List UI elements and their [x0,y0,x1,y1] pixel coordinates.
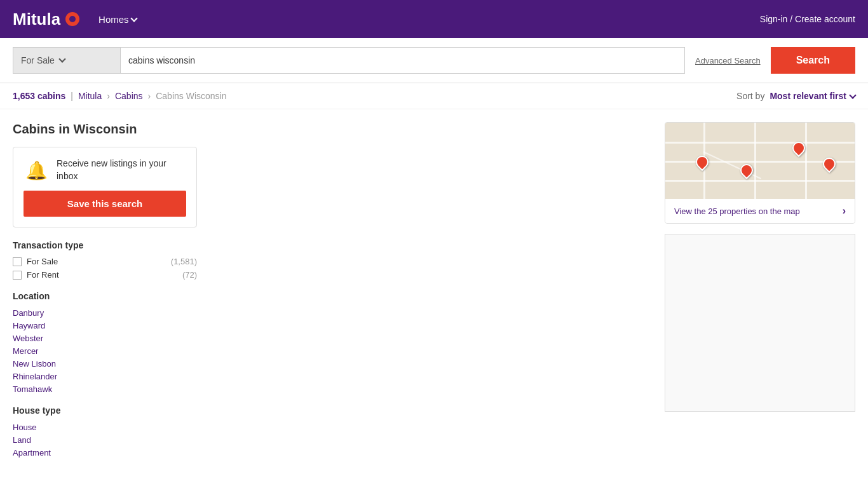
for-rent-checkbox-row: For Rent (72) [13,270,197,280]
for-sale-label: For Sale [21,55,55,65]
map-pin-marker [693,153,711,171]
map-pin [823,158,836,174]
logo-text: Mitula [13,10,60,29]
for-sale-checkbox-row: For Sale (1,581) [13,257,197,266]
sort-value-label: Most relevant first [770,91,846,101]
breadcrumb-arrow-2: › [148,91,151,101]
list-item: Apartment [13,447,197,458]
location-webster[interactable]: Webster [13,334,43,343]
page-title: Cabins in Wisconsin [13,122,197,137]
for-rent-count: (72) [182,270,197,280]
map-pin [696,156,709,172]
search-input[interactable] [121,48,684,73]
house-type-list: House Land Apartment [13,422,197,458]
location-new-lisbon[interactable]: New Lisbon [13,359,56,369]
location-filter: Location Danbury Hayward Webster Mercer … [13,291,197,394]
nav-homes[interactable]: Homes [98,14,137,25]
list-item: New Lisbon [13,358,197,369]
list-item: Rhinelander [13,371,197,381]
location-filter-title: Location [13,291,197,301]
main-content: Cabins in Wisconsin 🔔 Receive new listin… [0,109,868,482]
location-mercer[interactable]: Mercer [13,346,38,356]
breadcrumb-cabins[interactable]: Cabins [115,91,143,101]
list-item: House [13,422,197,432]
property-type-select[interactable]: For Sale [13,47,121,74]
alert-text: Receive new listings in your inbox [57,158,186,182]
sort-control: Sort by Most relevant first [736,91,855,101]
ad-box [665,234,855,412]
location-hayward[interactable]: Hayward [13,321,45,330]
for-sale-count: (1,581) [171,257,197,266]
transaction-type-title: Transaction type [13,240,197,250]
search-button[interactable]: Search [771,47,855,74]
map-road [754,123,756,199]
map-pin [792,142,805,158]
map-road [665,180,855,182]
map-pin [740,164,753,180]
transaction-type-filter: Transaction type For Sale (1,581) For Re… [13,240,197,280]
list-item: Danbury [13,308,197,318]
results-count: 1,653 cabins [13,91,65,101]
map-pin-marker [790,139,808,157]
breadcrumb-separator: | [71,91,73,101]
breadcrumb-current: Cabins Wisconsin [156,91,226,101]
breadcrumb: 1,653 cabins | Mitula › Cabins › Cabins … [13,91,226,101]
chevron-down-icon [130,15,137,22]
logo[interactable]: Mitula [13,10,79,29]
location-danbury[interactable]: Danbury [13,308,44,318]
bell-icon: 🔔 [24,158,49,183]
house-type-filter: House type House Land Apartment [13,405,197,458]
for-sale-checkbox-left: For Sale [13,257,58,266]
sidebar: Cabins in Wisconsin 🔔 Receive new listin… [13,122,197,469]
bell-symbol: 🔔 [25,160,48,181]
location-rhinelander[interactable]: Rhinelander [13,372,57,381]
map-footer[interactable]: View the 25 properties on the map › [665,199,855,223]
map-view-text: View the 25 properties on the map [674,207,800,216]
breadcrumb-home[interactable]: Mitula [78,91,102,101]
list-item: Webster [13,333,197,343]
list-item: Land [13,435,197,445]
for-sale-label: For Sale [27,257,58,266]
for-rent-label: For Rent [27,270,59,280]
for-rent-checkbox[interactable] [13,271,22,280]
advanced-search-link[interactable]: Advanced Search [685,56,771,65]
list-item: Mercer [13,346,197,356]
header-left: Mitula Homes [13,10,137,29]
house-type-house[interactable]: House [13,423,37,432]
search-bar: For Sale Advanced Search Search [0,38,868,83]
house-type-title: House type [13,405,197,416]
sign-in-link[interactable]: Sign-in / Create account [760,14,855,24]
breadcrumb-bar: 1,653 cabins | Mitula › Cabins › Cabins … [0,83,868,109]
breadcrumb-arrow-1: › [107,91,110,101]
for-rent-checkbox-left: For Rent [13,270,59,280]
sort-value-select[interactable]: Most relevant first [770,91,855,101]
right-content: View the 25 properties on the map › [210,122,855,469]
alert-header: 🔔 Receive new listings in your inbox [24,158,186,183]
house-type-apartment[interactable]: Apartment [13,448,51,458]
alert-box: 🔔 Receive new listings in your inbox Sav… [13,147,197,227]
list-item: Tomahawk [13,384,197,394]
map-preview [665,123,855,199]
search-input-wrap [121,47,685,74]
for-sale-checkbox[interactable] [13,257,22,266]
nav-homes-label: Homes [98,14,129,25]
logo-icon [65,12,79,26]
house-type-land[interactable]: Land [13,435,31,445]
chevron-right-icon: › [843,205,846,217]
map-road [665,142,855,144]
sort-by-label: Sort by [736,91,764,101]
map-pin-marker [820,155,838,173]
list-item: Hayward [13,320,197,330]
map-widget[interactable]: View the 25 properties on the map › [665,122,855,224]
location-tomahawk[interactable]: Tomahawk [13,384,52,394]
save-search-button[interactable]: Save this search [24,191,186,217]
map-road [805,123,807,199]
header: Mitula Homes Sign-in / Create account [0,0,868,38]
location-list: Danbury Hayward Webster Mercer New Lisbo… [13,308,197,394]
chevron-down-icon [58,55,65,62]
map-pin-marker [738,161,756,179]
chevron-down-icon [849,92,856,98]
